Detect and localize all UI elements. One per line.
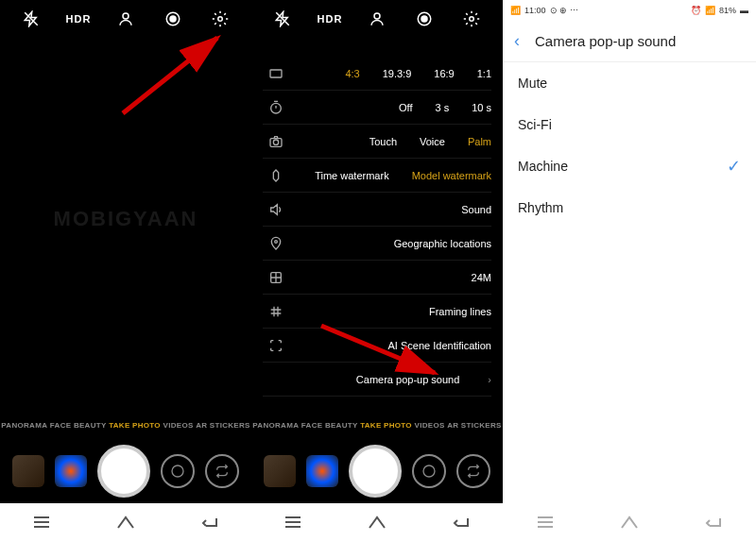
mode-videos[interactable]: VIDEOS (163, 421, 194, 430)
svg-point-15 (271, 103, 282, 113)
sound-label: Rhythm (518, 200, 563, 215)
shutter-palm[interactable]: Palm (468, 136, 491, 147)
settings-gear-icon[interactable] (209, 8, 232, 30)
speaker-icon (263, 202, 289, 217)
camera-top-toolbar: HDR (0, 0, 251, 38)
shutter-voice[interactable]: Voice (420, 136, 445, 147)
filter-thumbnail[interactable] (55, 455, 87, 487)
hdr-toggle[interactable]: HDR (67, 8, 90, 30)
sound-option-mute[interactable]: Mute (503, 62, 756, 104)
resolution-label: 24M (472, 272, 491, 283)
mode-panorama[interactable]: PANORAMA (1, 421, 47, 430)
sound-label: Sci-Fi (518, 117, 552, 132)
mode-facebeauty[interactable]: FACE BEAUTY (301, 421, 358, 430)
shutter-touch[interactable]: Touch (369, 136, 397, 147)
mode-arstickers[interactable]: AR STICKERS (196, 421, 250, 430)
sound-row[interactable]: Sound (263, 193, 491, 227)
camera-mode-strip: PANORAMA FACE BEAUTY TAKE PHOTO VIDEOS A… (251, 411, 503, 439)
battery-icon: ▬ (740, 6, 748, 15)
recents-icon[interactable] (282, 511, 304, 533)
back-icon[interactable] (198, 511, 221, 533)
gallery-thumbnail[interactable] (264, 455, 296, 487)
mode-facebeauty[interactable]: FACE BEAUTY (50, 421, 107, 430)
portrait-icon[interactable] (366, 8, 388, 30)
home-icon[interactable] (618, 511, 641, 533)
home-icon[interactable] (114, 511, 137, 533)
flash-icon[interactable] (20, 8, 43, 30)
back-icon[interactable] (450, 511, 472, 533)
cancel-circle-icon[interactable] (412, 454, 446, 488)
svg-point-5 (172, 465, 183, 477)
sound-options-list: Mute Sci-Fi Machine ✓ Rhythm (503, 62, 756, 228)
mode-panorama[interactable]: PANORAMA (252, 421, 299, 430)
sound-option-rhythm[interactable]: Rhythm (503, 187, 756, 228)
android-nav-bar (503, 503, 756, 541)
timer-row[interactable]: Off 3 s 10 s (263, 91, 491, 125)
mode-takephoto[interactable]: TAKE PHOTO (109, 421, 161, 430)
geo-label: Geographic locations (394, 238, 491, 249)
svg-point-4 (218, 17, 223, 22)
flash-icon[interactable] (271, 8, 294, 30)
gallery-thumbnail[interactable] (12, 455, 44, 487)
camera-screen-1: HDR MOBIGYAAN PANORAMA FACE BEAUTY TAKE … (0, 0, 251, 541)
cancel-circle-icon[interactable] (161, 454, 195, 488)
home-icon[interactable] (366, 511, 388, 533)
camera-viewfinder[interactable]: MOBIGYAAN (0, 38, 251, 399)
live-icon[interactable] (413, 8, 436, 30)
recents-icon[interactable] (30, 511, 53, 533)
mode-takephoto[interactable]: TAKE PHOTO (360, 421, 412, 430)
live-icon[interactable] (162, 8, 184, 30)
mode-videos[interactable]: VIDEOS (415, 421, 445, 430)
camera-settings-panel: 4:3 19.3:9 16:9 1:1 Off 3 s 10 s Touch V… (251, 57, 503, 397)
time-watermark[interactable]: Time watermark (315, 170, 388, 181)
sound-option-scifi[interactable]: Sci-Fi (503, 104, 756, 145)
ratio-1-1[interactable]: 1:1 (477, 68, 491, 79)
watermark-row[interactable]: Time watermark Model watermark (263, 159, 491, 193)
svg-point-3 (170, 16, 176, 22)
resolution-row[interactable]: 24M (263, 261, 491, 295)
switch-camera-icon[interactable] (205, 454, 239, 488)
android-nav-bar (0, 503, 251, 541)
svg-point-10 (374, 13, 380, 19)
hdr-toggle[interactable]: HDR (318, 8, 341, 30)
timer-off[interactable]: Off (399, 102, 412, 113)
aspect-ratio-row[interactable]: 4:3 19.3:9 16:9 1:1 (263, 57, 491, 91)
ratio-4-3[interactable]: 4:3 (345, 68, 359, 79)
camera-shutter-bar (251, 439, 503, 503)
sound-option-machine[interactable]: Machine ✓ (503, 145, 756, 187)
settings-gear-icon[interactable] (460, 8, 483, 30)
mode-arstickers[interactable]: AR STICKERS (447, 421, 502, 430)
back-chevron-icon[interactable]: ‹ (514, 31, 520, 51)
resolution-icon (263, 270, 289, 285)
shutter-button[interactable] (349, 445, 402, 498)
ratio-19-3-9[interactable]: 19.3:9 (383, 68, 412, 79)
aiscene-label: AI Scene Identification (388, 340, 491, 351)
svg-point-18 (275, 240, 278, 243)
model-watermark[interactable]: Model watermark (412, 170, 491, 181)
geo-row[interactable]: Geographic locations (263, 227, 491, 261)
android-nav-bar (251, 503, 503, 541)
portrait-icon[interactable] (114, 8, 137, 30)
aiscene-row[interactable]: AI Scene Identification (263, 329, 491, 363)
svg-point-13 (470, 17, 474, 22)
camera-icon (263, 134, 289, 149)
svg-point-17 (273, 140, 278, 144)
ratio-16-9[interactable]: 16:9 (434, 68, 454, 79)
popup-sound-row[interactable]: Camera pop-up sound › (263, 363, 491, 397)
framing-label: Framing lines (429, 306, 491, 317)
status-time: 11:00 (524, 6, 546, 15)
switch-camera-icon[interactable] (456, 454, 490, 488)
alarm-icon: ⏰ (691, 6, 701, 15)
ai-icon (263, 338, 289, 353)
framing-row[interactable]: Framing lines (263, 295, 491, 329)
timer-3s[interactable]: 3 s (436, 102, 450, 113)
timer-10s[interactable]: 10 s (472, 102, 491, 113)
camera-screen-2: HDR 4:3 19.3:9 16:9 1:1 Off 3 s 10 s (251, 0, 503, 541)
shutter-mode-row[interactable]: Touch Voice Palm (263, 125, 491, 159)
status-extra-icons: ⊙ ⊕ ⋯ (550, 6, 578, 15)
filter-thumbnail[interactable] (306, 455, 338, 487)
recents-icon[interactable] (534, 511, 557, 533)
back-icon[interactable] (702, 511, 725, 533)
settings-header: ‹ Camera pop-up sound (503, 21, 756, 62)
shutter-button[interactable] (97, 445, 150, 498)
